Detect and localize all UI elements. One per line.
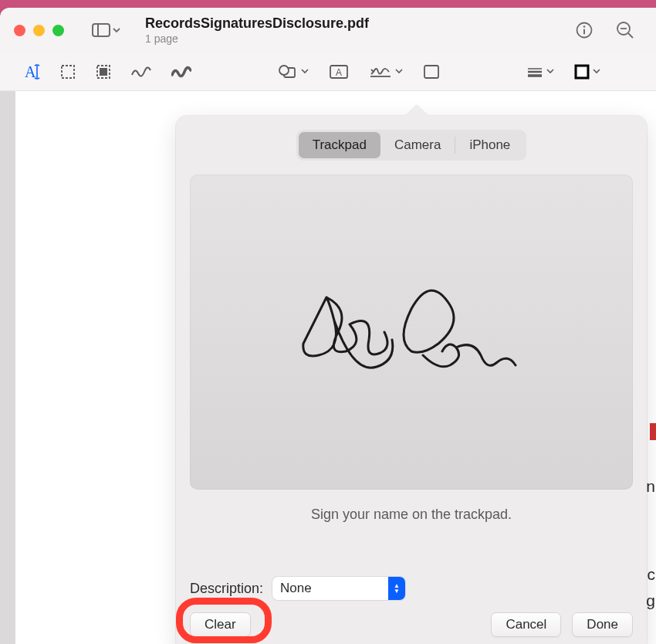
- note-icon: [423, 64, 440, 80]
- signature-instruction: Sign your name on the trackpad.: [190, 507, 633, 523]
- signature-source-tabs: Trackpad Camera iPhone: [296, 130, 527, 161]
- svg-point-14: [279, 66, 289, 75]
- clear-button[interactable]: Clear: [190, 612, 251, 637]
- svg-rect-4: [583, 29, 585, 35]
- zoom-out-icon: [616, 21, 634, 39]
- marquee-icon: [60, 64, 76, 80]
- tab-camera[interactable]: Camera: [380, 132, 455, 158]
- redact-icon: [96, 64, 111, 80]
- text-cursor-icon: A: [23, 63, 40, 80]
- zoom-out-button[interactable]: [608, 16, 642, 44]
- doc-text-fragment: c: [648, 565, 656, 584]
- chevron-down-icon: [546, 69, 554, 74]
- text-box-tool[interactable]: A: [329, 64, 349, 80]
- redact-tool[interactable]: [96, 64, 111, 80]
- svg-text:A: A: [25, 63, 36, 80]
- border-color-tool[interactable]: [574, 64, 600, 80]
- description-select[interactable]: None ▲▼: [272, 577, 405, 600]
- svg-point-3: [583, 25, 586, 28]
- markup-toolbar: A: [0, 53, 656, 91]
- text-selection-tool[interactable]: A: [23, 63, 40, 80]
- svg-rect-10: [62, 66, 74, 78]
- doc-text-fragment: n: [646, 477, 655, 496]
- signature-canvas[interactable]: [190, 175, 633, 490]
- svg-rect-12: [100, 68, 107, 76]
- signature-drawing: [296, 266, 527, 398]
- cancel-button[interactable]: Cancel: [491, 612, 561, 637]
- draw-tool[interactable]: [171, 66, 191, 78]
- sketch-tool[interactable]: [131, 66, 151, 78]
- chevron-down-icon: [395, 69, 403, 74]
- shapes-tool[interactable]: [278, 64, 309, 80]
- note-tool[interactable]: [423, 64, 440, 80]
- tab-iphone[interactable]: iPhone: [455, 132, 524, 158]
- traffic-lights: [14, 25, 64, 36]
- chevron-down-icon: [301, 69, 309, 74]
- minimize-window-button[interactable]: [33, 25, 45, 36]
- chevron-down-icon: [113, 28, 120, 33]
- titlebar: RecordsSignaturesDisclosure.pdf 1 page: [0, 8, 656, 53]
- svg-rect-0: [93, 24, 110, 36]
- svg-rect-23: [578, 68, 586, 76]
- doc-text-fragment: g: [646, 591, 655, 610]
- document-title: RecordsSignaturesDisclosure.pdf: [145, 15, 369, 32]
- popover-buttons: Clear Cancel Done: [190, 612, 633, 637]
- app-window: RecordsSignaturesDisclosure.pdf 1 page A: [0, 8, 656, 644]
- title-block: RecordsSignaturesDisclosure.pdf 1 page: [145, 15, 369, 45]
- textbox-icon: A: [329, 64, 349, 80]
- svg-rect-18: [424, 66, 438, 78]
- signature-popover: Trackpad Camera iPhone Sign your name on…: [176, 116, 647, 644]
- signature-icon: [369, 64, 392, 80]
- tab-trackpad[interactable]: Trackpad: [299, 132, 380, 158]
- description-row: Description: None ▲▼: [190, 577, 633, 600]
- description-label: Description:: [190, 581, 263, 597]
- chevron-down-icon: [593, 69, 600, 74]
- annotation-marker: [650, 423, 656, 440]
- sign-tool[interactable]: [369, 64, 403, 80]
- close-window-button[interactable]: [14, 25, 25, 36]
- draw-icon: [171, 66, 191, 78]
- sidebar-toggle-button[interactable]: [87, 20, 125, 40]
- done-button[interactable]: Done: [572, 612, 633, 637]
- border-icon: [574, 64, 590, 80]
- sketch-icon: [131, 66, 151, 78]
- svg-text:A: A: [336, 67, 342, 78]
- document-subtitle: 1 page: [145, 32, 369, 45]
- shapes-icon: [278, 64, 298, 80]
- lines-icon: [526, 66, 543, 77]
- info-button[interactable]: [568, 17, 600, 43]
- rectangular-selection-tool[interactable]: [60, 64, 76, 80]
- description-value: None: [272, 581, 388, 596]
- select-stepper-icon: ▲▼: [388, 577, 405, 600]
- sidebar-icon: [92, 23, 110, 37]
- fullscreen-window-button[interactable]: [52, 25, 64, 36]
- line-style-tool[interactable]: [526, 66, 554, 77]
- svg-line-6: [628, 33, 633, 38]
- info-icon: [576, 22, 593, 39]
